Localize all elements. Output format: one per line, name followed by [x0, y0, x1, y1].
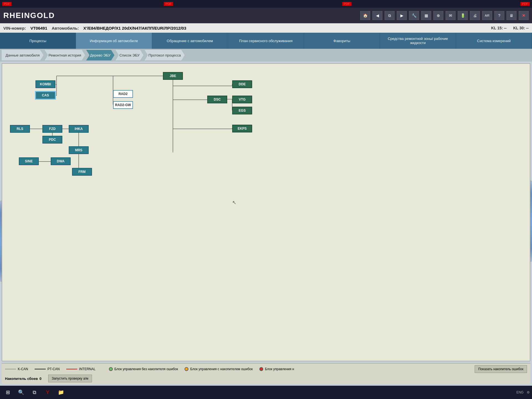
tab-car-info[interactable]: Информация об автомобиле [76, 33, 152, 49]
taskbar-system-tray: ENG ⚙ [516, 390, 530, 394]
ecu-frm[interactable]: FRM [72, 168, 92, 176]
pdf-badge-2: PDF [164, 2, 173, 6]
windows-start-button[interactable]: ⊞ [2, 387, 13, 398]
legend-internal: INTERNAL [66, 367, 95, 371]
print-button[interactable]: 🖨 [470, 11, 480, 20]
sub-tabs: Данные автомобиля Ремонтная история Дере… [0, 49, 532, 62]
no-faults-circle [109, 367, 113, 371]
pdf-badge-3: PDF [342, 2, 352, 6]
nav-tabs: Процессы Информация об автомобиле Обраще… [0, 33, 532, 49]
kl30-value: KL 30: -- [513, 26, 529, 30]
header: RHEINGOLD 🏠 ◀ ⧉ ▶ 🔧 ▦ ⊕ ✉ 🔋 🖨 AIR ? 🖥 ✕ [0, 8, 532, 23]
ecu-cas[interactable]: CAS [35, 91, 55, 99]
car-label: Автомобиль: [52, 26, 79, 30]
vin-bar: VIN-номер: VT06491 Автомобиль: Х'/E84/ВН… [0, 23, 532, 33]
with-faults-label: Блок управления с накопителем ошибок [190, 367, 253, 371]
folder-button[interactable]: 📁 [55, 387, 66, 398]
subtab-car-data[interactable]: Данные автомобиля [2, 50, 44, 60]
ecu-fzd[interactable]: FZD [42, 125, 62, 133]
vin-label: VIN-номер: [3, 26, 26, 30]
legend-no-faults: Блок управления без накопителя ошибок [109, 367, 178, 371]
search-taskbar-button[interactable]: 🔍 [16, 387, 27, 398]
ecu-rad2[interactable]: RAD2 [113, 90, 133, 98]
bottom-bar: K-CAN PT-CAN INTERNAL Блок управления бе… [2, 363, 530, 384]
tab-favorites[interactable]: Фавориты [304, 33, 380, 49]
close-button[interactable]: ✕ [519, 11, 529, 20]
wrench-button[interactable]: 🔧 [409, 11, 419, 20]
red-label: Блок управления н [265, 367, 294, 371]
with-faults-circle [185, 367, 188, 371]
subtab-repair-history[interactable]: Ремонтная история [45, 50, 85, 60]
pt-can-label: PT-CAN [47, 367, 60, 371]
no-faults-label: Блок управления без накопителя ошибок [114, 367, 178, 371]
qr-button[interactable]: ▦ [421, 11, 431, 20]
tray-lang: ENG [516, 390, 524, 394]
mail-button[interactable]: ✉ [446, 11, 456, 20]
tab-service-plan[interactable]: План сервисного обслуживания [228, 33, 304, 49]
air-button[interactable]: AIR [482, 11, 492, 20]
ecu-rls[interactable]: RLS [10, 125, 30, 133]
top-bar: PDF PDF PDF PDF [0, 0, 532, 8]
ecu-egs[interactable]: EGS [232, 107, 252, 114]
show-faults-button[interactable]: Показать накопитель ошибок [475, 365, 527, 373]
kl15-value: KL 15: -- [491, 26, 507, 30]
legend-k-can: K-CAN [5, 367, 28, 371]
legend-with-faults: Блок управления с накопителем ошибок [185, 367, 253, 371]
subtab-ecu-tree[interactable]: Дерево ЭБУ [86, 50, 114, 60]
copy-button[interactable]: ⧉ [385, 11, 395, 20]
app-logo: RHEINGOLD [3, 11, 55, 20]
fault-count-label: Накопитель сбоев [5, 377, 38, 381]
back-button[interactable]: ◀ [372, 11, 382, 20]
home-button[interactable]: 🏠 [360, 11, 370, 20]
subtab-ecu-list[interactable]: Список ЭБУ [116, 50, 144, 60]
ecu-pdc[interactable]: PDC [42, 136, 62, 144]
k-can-label: K-CAN [18, 367, 28, 371]
pt-can-line [35, 369, 46, 369]
fault-count-value: 0 [39, 377, 41, 381]
tab-car-handling[interactable]: Обращение с автомобилем [152, 33, 228, 49]
car-value: Х'/E84/ВНЕДОР/X1 20dX/N47/АКПП/EUR/ЛР/20… [83, 26, 186, 30]
run-check-button[interactable]: Запустить проверку а/м [48, 375, 92, 382]
tab-measurement[interactable]: Система измерений [456, 33, 532, 49]
k-can-line [5, 369, 16, 369]
tree-connections [2, 64, 530, 361]
ecu-ekps[interactable]: EKPS [232, 125, 252, 132]
fault-count: Накопитель сбоев 0 [5, 377, 42, 381]
tab-processes[interactable]: Процессы [0, 33, 76, 49]
forward-button[interactable]: ▶ [397, 11, 407, 20]
subtab-process-log[interactable]: Протокол процесса [145, 50, 185, 60]
vin-value: VT06491 [30, 26, 47, 30]
legend-red: Блок управления н [259, 367, 294, 371]
legend-row: K-CAN PT-CAN INTERNAL Блок управления бе… [5, 365, 527, 373]
red-circle [259, 367, 263, 371]
ecu-sine[interactable]: SINE [19, 157, 39, 165]
bottom-actions: Накопитель сбоев 0 Запустить проверку а/… [5, 375, 527, 382]
ecu-jbe[interactable]: JBE [163, 72, 183, 80]
ecu-dwa[interactable]: DWA [51, 157, 71, 165]
taskbar: ⊞ 🔍 ⧉ Y 📁 ENG ⚙ [0, 386, 532, 399]
ecu-vtg[interactable]: VTG [232, 96, 252, 103]
ecu-kombi[interactable]: KOMBI [35, 80, 55, 88]
target-button[interactable]: ⊕ [433, 11, 443, 20]
toolbar: 🏠 ◀ ⧉ ▶ 🔧 ▦ ⊕ ✉ 🔋 🖨 AIR ? 🖥 ✕ [360, 11, 529, 20]
internal-label: INTERNAL [79, 367, 95, 371]
legend-pt-can: PT-CAN [35, 367, 60, 371]
tray-settings-icon[interactable]: ⚙ [527, 390, 530, 394]
ecu-dde[interactable]: DDE [232, 80, 252, 88]
ecu-rad2gw[interactable]: RAD2-GW [113, 101, 133, 109]
monitor-button[interactable]: 🖥 [507, 11, 516, 20]
ecu-tree-diagram: JBE KOMBI CAS RAD2 RAD2-GW DDE DSC VTG [2, 63, 530, 361]
battery-button[interactable]: 🔋 [458, 11, 468, 20]
cursor-indicator: ↖ [232, 200, 236, 206]
tab-repair-tools[interactable]: Средства ремонтной зоны/ рабочие жидкост… [380, 33, 456, 49]
pdf-badge-1: PDF [2, 2, 12, 6]
internal-line [66, 369, 77, 369]
ecu-dsc[interactable]: DSC [207, 96, 227, 103]
yandex-button[interactable]: Y [42, 387, 53, 398]
help-button[interactable]: ? [494, 11, 504, 20]
ecu-ihka[interactable]: IHKA [69, 125, 89, 133]
pdf-badge-4: PDF [520, 2, 530, 6]
ecu-mrs[interactable]: MRS [69, 146, 89, 154]
taskview-button[interactable]: ⧉ [29, 387, 40, 398]
